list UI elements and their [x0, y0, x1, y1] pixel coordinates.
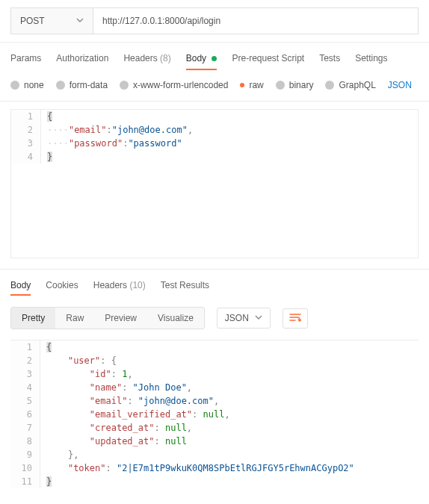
radio-urlencoded[interactable]: x-www-form-urlencoded: [120, 80, 228, 90]
response-tabs: Body Cookies Headers (10) Test Results: [0, 270, 429, 301]
radio-dot-icon: [276, 81, 285, 90]
view-pretty[interactable]: Pretty: [11, 308, 55, 329]
body-modified-dot-icon: [212, 56, 217, 61]
url-input[interactable]: http://127.0.0.1:8000/api/login: [93, 7, 419, 34]
tab-params[interactable]: Params: [10, 53, 41, 68]
request-body-editor[interactable]: 1{ 2····"email":"john@doe.com", 3····"pa…: [10, 109, 419, 258]
tab-settings[interactable]: Settings: [355, 53, 387, 68]
tab-prerequest[interactable]: Pre-request Script: [232, 53, 304, 68]
resp-tab-headers[interactable]: Headers (10): [93, 280, 146, 295]
radio-formdata[interactable]: form-data: [56, 80, 108, 90]
radio-dot-icon: [325, 81, 334, 90]
radio-raw[interactable]: raw: [240, 80, 263, 90]
resp-tab-testresults[interactable]: Test Results: [161, 280, 209, 295]
method-label: POST: [20, 16, 45, 26]
radio-dot-icon: [10, 81, 19, 90]
radio-none[interactable]: none: [10, 80, 44, 90]
view-mode-group: Pretty Raw Preview Visualize: [10, 307, 205, 329]
response-body-editor[interactable]: 1{ 2 "user": { 3 "id": 1, 4 "name": "Joh…: [10, 340, 419, 488]
response-toolbar: Pretty Raw Preview Visualize JSON: [0, 301, 429, 335]
tab-tests[interactable]: Tests: [319, 53, 340, 68]
url-text: http://127.0.0.1:8000/api/login: [102, 16, 220, 26]
view-raw[interactable]: Raw: [55, 308, 94, 329]
wrap-lines-button[interactable]: [283, 308, 308, 329]
chevron-down-icon: [76, 16, 84, 25]
raw-json-select[interactable]: JSON: [388, 80, 412, 90]
response-lang-select[interactable]: JSON: [217, 308, 271, 329]
request-row: POST http://127.0.0.1:8000/api/login: [0, 0, 429, 43]
radio-dot-icon: [56, 81, 65, 90]
request-tabs: Params Authorization Headers (8) Body Pr…: [0, 43, 429, 75]
view-preview[interactable]: Preview: [94, 308, 147, 329]
resp-tab-body[interactable]: Body: [10, 280, 31, 295]
method-select[interactable]: POST: [10, 7, 93, 34]
tab-headers[interactable]: Headers (8): [123, 53, 170, 68]
body-type-row: none form-data x-www-form-urlencoded raw…: [0, 75, 429, 102]
tab-body[interactable]: Body: [186, 53, 217, 68]
radio-binary[interactable]: binary: [276, 80, 314, 90]
tab-authorization[interactable]: Authorization: [56, 53, 108, 68]
radio-dot-selected-icon: [240, 83, 244, 87]
radio-dot-icon: [120, 81, 129, 90]
wrap-icon: [289, 313, 301, 322]
view-visualize[interactable]: Visualize: [147, 308, 204, 329]
radio-graphql[interactable]: GraphQL: [325, 80, 375, 90]
resp-tab-cookies[interactable]: Cookies: [46, 280, 78, 295]
chevron-down-icon: [255, 314, 262, 323]
